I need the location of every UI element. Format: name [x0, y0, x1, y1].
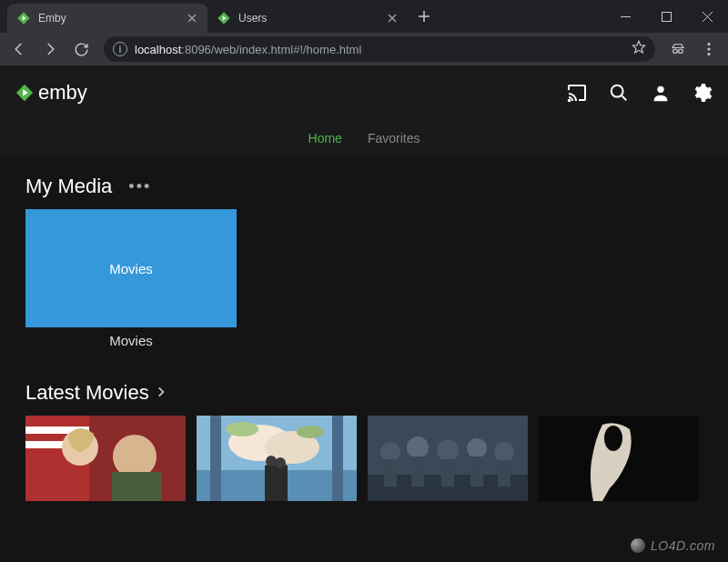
svg-point-32 — [113, 435, 157, 478]
svg-marker-14 — [632, 41, 644, 53]
svg-rect-37 — [332, 416, 343, 501]
svg-rect-11 — [662, 12, 672, 21]
incognito-icon[interactable] — [664, 35, 692, 63]
main-content: My Media ••• Movies Movies Latest Movies — [0, 156, 728, 501]
tab-favorites[interactable]: Favorites — [368, 131, 420, 146]
brand-text: emby — [38, 81, 87, 105]
tab-emby[interactable]: Emby — [7, 4, 207, 33]
svg-point-40 — [266, 456, 277, 467]
svg-rect-53 — [441, 459, 454, 487]
ellipsis-icon[interactable]: ••• — [128, 177, 151, 196]
svg-point-15 — [673, 49, 678, 54]
svg-rect-36 — [210, 416, 221, 501]
tab-strip: Emby Users — [0, 0, 605, 33]
url-host: localhost — [135, 43, 181, 56]
watermark: LO4D.com — [631, 538, 715, 553]
address-bar[interactable]: i localhost:8096/web/index.html#!/home.h… — [104, 36, 655, 62]
svg-rect-33 — [112, 472, 162, 501]
user-icon[interactable] — [650, 82, 672, 104]
svg-point-24 — [612, 85, 623, 97]
movie-poster[interactable] — [25, 416, 186, 501]
svg-point-20 — [707, 53, 710, 55]
emby-favicon-icon — [16, 11, 31, 25]
close-tab-icon[interactable] — [386, 12, 399, 25]
svg-point-48 — [437, 439, 459, 461]
nav-tabs: Home Favorites — [0, 120, 728, 156]
reload-button[interactable] — [67, 35, 95, 63]
chevron-right-icon — [155, 384, 167, 403]
header-actions — [566, 82, 713, 104]
svg-point-41 — [275, 457, 286, 468]
menu-button[interactable] — [695, 35, 723, 63]
svg-point-47 — [407, 437, 429, 458]
movie-poster[interactable] — [368, 416, 528, 501]
tab-title: Emby — [38, 12, 178, 25]
svg-point-57 — [604, 426, 622, 451]
svg-line-25 — [622, 95, 627, 101]
svg-rect-54 — [470, 457, 483, 487]
svg-point-50 — [494, 442, 514, 462]
svg-rect-51 — [384, 459, 397, 487]
tab-users[interactable]: Users — [207, 4, 408, 33]
browser-toolbar: i localhost:8096/web/index.html#!/home.h… — [0, 33, 728, 65]
search-icon[interactable] — [608, 82, 630, 104]
forward-button[interactable] — [36, 35, 64, 63]
svg-point-18 — [707, 43, 710, 45]
emby-favicon-icon — [217, 11, 231, 25]
page-content: emby Home Favorites My Media ••• Movie — [0, 65, 728, 562]
back-button[interactable] — [5, 35, 33, 63]
svg-point-49 — [467, 438, 487, 458]
latest-movies-row — [25, 416, 703, 501]
url-display: localhost:8096/web/index.html#!/home.htm… — [135, 43, 361, 56]
svg-point-16 — [679, 49, 683, 54]
movie-poster[interactable] — [197, 416, 357, 501]
emby-logo[interactable]: emby — [15, 81, 87, 105]
watermark-ball-icon — [631, 538, 645, 553]
close-window-button[interactable] — [687, 0, 728, 33]
emby-logo-icon — [15, 83, 35, 103]
new-tab-button[interactable] — [411, 4, 437, 29]
watermark-text: LO4D.com — [651, 538, 715, 553]
svg-point-42 — [226, 422, 258, 437]
section-latest-movies-header[interactable]: Latest Movies — [25, 381, 703, 405]
media-card-movies[interactable]: Movies — [25, 209, 237, 327]
svg-point-23 — [569, 100, 571, 102]
media-card-label: Movies — [109, 261, 153, 276]
minimize-button[interactable] — [605, 0, 646, 33]
bookmark-star-icon[interactable] — [632, 40, 646, 58]
media-caption: Movies — [25, 333, 237, 348]
svg-point-19 — [707, 47, 710, 50]
close-tab-icon[interactable] — [186, 12, 198, 25]
section-my-media-header: My Media ••• — [25, 175, 703, 198]
svg-point-43 — [297, 426, 324, 438]
tab-title: Users — [238, 12, 379, 25]
section-title: Latest Movies — [25, 381, 149, 405]
app-header: emby — [0, 65, 728, 120]
movie-poster[interactable] — [539, 416, 699, 501]
section-title: My Media — [25, 175, 112, 198]
gear-icon[interactable] — [692, 82, 713, 104]
cast-icon[interactable] — [566, 82, 588, 104]
maximize-button[interactable] — [646, 0, 687, 33]
window-controls — [605, 0, 728, 33]
svg-rect-52 — [411, 457, 424, 487]
tab-home[interactable]: Home — [308, 131, 342, 146]
titlebar: Emby Users — [0, 0, 728, 33]
svg-point-26 — [657, 86, 663, 93]
svg-point-46 — [380, 442, 400, 462]
svg-rect-55 — [498, 460, 511, 487]
url-path: :8096/web/index.html#!/home.html — [181, 43, 361, 56]
site-info-icon[interactable]: i — [113, 42, 127, 56]
